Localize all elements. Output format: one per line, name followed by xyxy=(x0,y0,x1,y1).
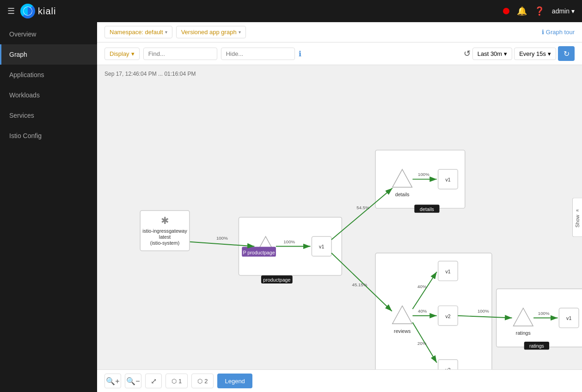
help-icon[interactable]: ❓ xyxy=(534,6,545,16)
ratings-v1-node[interactable]: v1 xyxy=(559,308,579,328)
ratings-svc-label: ratings xyxy=(516,330,531,336)
reviews-v2-node[interactable]: v2 xyxy=(438,306,458,326)
edge-label-v1-details: 54.5% xyxy=(356,205,369,210)
productpage-badge: P productpage xyxy=(242,247,276,256)
graph-tour-label: Graph tour xyxy=(546,29,575,36)
user-chevron: ▾ xyxy=(571,7,575,15)
every15s-label: Every 15s xyxy=(519,50,546,57)
graph-bottom-bar: 🔍+ 🔍− ⤢ ⬡ 1 ⬡ 2 Legend xyxy=(97,369,582,392)
reviews-v3-node[interactable]: v3 xyxy=(438,360,458,369)
legend-button[interactable]: Legend xyxy=(217,374,252,388)
reviews-v3-label: v3 xyxy=(445,367,450,369)
details-v1-label: v1 xyxy=(445,177,450,182)
sidebar-item-applications[interactable]: Applications xyxy=(0,65,97,85)
sidebar-item-overview[interactable]: Overview xyxy=(0,24,97,44)
edge-label-ratings-v1: 100% xyxy=(538,311,550,316)
every15s-chevron: ▾ xyxy=(548,50,551,57)
sidebar: Overview Graph Applications Workloads Se… xyxy=(0,22,97,392)
bell-icon[interactable]: 🔔 xyxy=(517,6,527,16)
every15s-dropdown[interactable]: Every 15s ▾ xyxy=(514,48,556,60)
user-label: admin xyxy=(552,7,570,15)
filter-info-icon[interactable]: ℹ xyxy=(299,49,301,58)
details-tooltip: details xyxy=(414,205,439,212)
ingress-label3: (istio-system) xyxy=(150,240,179,246)
sidebar-item-applications-label: Applications xyxy=(9,71,44,78)
namespace-chevron: ▾ xyxy=(165,30,167,35)
graph-type-dropdown[interactable]: Versioned app graph ▾ xyxy=(176,26,246,38)
time-controls: ↺ Last 30m ▾ Every 15s ▾ ↻ xyxy=(464,46,575,61)
reviews-svc-label: reviews xyxy=(394,328,410,334)
productpage-v1-node[interactable]: v1 xyxy=(312,236,331,256)
sidebar-item-graph[interactable]: Graph xyxy=(0,44,97,65)
navbar-actions: 🔔 ❓ admin ▾ xyxy=(503,6,575,16)
namespace-dropdown[interactable]: Namespace: default ▾ xyxy=(104,26,172,38)
reviews-v1-node[interactable]: v1 xyxy=(438,261,458,281)
node1-label: 1 xyxy=(178,378,182,385)
edge-label-v1-reviews: 45.15% xyxy=(352,282,368,287)
zoom-out-icon: 🔍− xyxy=(126,377,140,386)
hamburger-menu[interactable]: ☰ xyxy=(7,6,15,16)
productpage-tooltip: productpage xyxy=(261,275,293,283)
edge-label-productpage-v1: 100% xyxy=(283,239,295,244)
fit-graph-button[interactable]: ⤢ xyxy=(145,374,162,388)
last30m-label: Last 30m xyxy=(478,50,502,57)
main-content: Namespace: default ▾ Versioned app graph… xyxy=(97,22,582,392)
graph-tour-link[interactable]: ℹ Graph tour xyxy=(542,29,575,36)
sidebar-item-graph-label: Graph xyxy=(9,51,27,58)
gateway-icon: ✱ xyxy=(161,215,169,226)
graph-area[interactable]: Sep 17, 12:46:04 PM ... 01:16:04 PM « Sh… xyxy=(97,65,582,369)
toolbar-row2: Display ▾ ℹ ↺ Last 30m ▾ Every 15s ▾ ↻ xyxy=(97,42,582,65)
display-chevron: ▾ xyxy=(131,50,135,57)
node2-button[interactable]: ⬡ 2 xyxy=(191,374,214,388)
svg-text:ratings: ratings xyxy=(529,343,544,349)
last30m-dropdown[interactable]: Last 30m ▾ xyxy=(472,48,512,60)
fit-icon: ⤢ xyxy=(151,377,157,386)
hide-input[interactable] xyxy=(221,48,295,60)
edge-label-details-v1: 100% xyxy=(418,172,429,177)
svg-text:P productpage: P productpage xyxy=(243,250,275,255)
graph-tour-icon: ℹ xyxy=(542,29,544,36)
reviews-v1-label: v1 xyxy=(445,269,450,274)
kiali-logo-icon xyxy=(20,4,35,18)
sidebar-item-workloads[interactable]: Workloads xyxy=(0,85,97,105)
zoom-in-button[interactable]: 🔍+ xyxy=(104,374,121,388)
edge-label-reviews-v2: 40% xyxy=(418,308,427,314)
last30m-chevron: ▾ xyxy=(504,50,507,57)
record-icon[interactable] xyxy=(503,8,509,14)
node2-label: 2 xyxy=(204,378,208,385)
navbar: ☰ kiali 🔔 ❓ admin ▾ xyxy=(0,0,582,22)
layout: Overview Graph Applications Workloads Se… xyxy=(0,22,582,392)
ratings-tooltip: ratings xyxy=(524,342,549,350)
productpage-v1-label: v1 xyxy=(319,244,324,249)
ingress-label1: istio-ingressgateway xyxy=(142,228,187,234)
reviews-v2-label: v2 xyxy=(445,314,450,319)
sidebar-item-services-label: Services xyxy=(9,112,34,119)
graph-canvas: ✱ istio-ingressgateway latest (istio-sys… xyxy=(97,65,582,369)
sidebar-item-workloads-label: Workloads xyxy=(9,91,40,99)
display-label: Display xyxy=(110,50,129,57)
details-svc-label: details xyxy=(395,192,410,197)
undo-icon: ↺ xyxy=(464,48,471,59)
ingress-gateway-node[interactable]: ✱ istio-ingressgateway latest (istio-sys… xyxy=(140,211,190,251)
toolbar-row1: Namespace: default ▾ Versioned app graph… xyxy=(97,22,582,42)
display-dropdown[interactable]: Display ▾ xyxy=(104,48,140,60)
sidebar-item-services[interactable]: Services xyxy=(0,105,97,126)
zoom-out-button[interactable]: 🔍− xyxy=(125,374,141,388)
user-menu[interactable]: admin ▾ xyxy=(552,7,575,15)
namespace-label: Namespace: default xyxy=(110,29,163,36)
svg-text:productpage: productpage xyxy=(263,277,290,283)
svg-text:details: details xyxy=(420,206,434,212)
graph-type-label: Versioned app graph xyxy=(181,29,237,36)
edge-label-ingress-productpage: 100% xyxy=(216,235,228,241)
ratings-v1-label: v1 xyxy=(566,315,571,321)
sidebar-item-overview-label: Overview xyxy=(9,30,36,38)
legend-label: Legend xyxy=(225,378,245,385)
sidebar-item-istio-config[interactable]: Istio Config xyxy=(0,126,97,146)
find-input[interactable] xyxy=(143,48,217,60)
node2-icon: ⬡ xyxy=(197,378,202,385)
node1-button[interactable]: ⬡ 1 xyxy=(165,374,188,388)
refresh-button[interactable]: ↻ xyxy=(558,46,575,61)
graph-type-chevron: ▾ xyxy=(239,30,241,35)
edge-label-reviews-v1: 40% xyxy=(417,284,427,289)
details-v1-node[interactable]: v1 xyxy=(438,169,458,189)
